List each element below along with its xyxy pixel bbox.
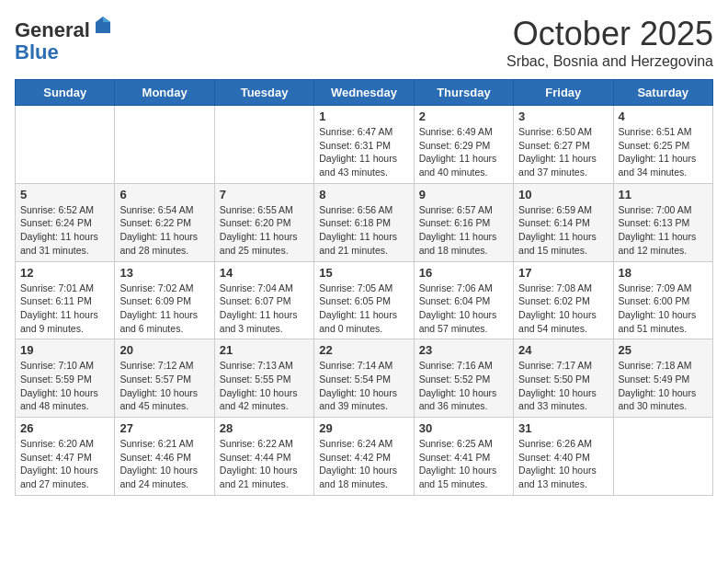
calendar-cell: 28Sunrise: 6:22 AMSunset: 4:44 PMDayligh… [214, 418, 313, 496]
day-info: Sunrise: 6:59 AMSunset: 6:14 PMDaylight:… [518, 203, 608, 258]
day-info: Sunrise: 6:52 AMSunset: 6:24 PMDaylight:… [20, 203, 109, 258]
day-info: Sunrise: 6:56 AMSunset: 6:18 PMDaylight:… [319, 203, 408, 258]
day-info: Sunrise: 7:14 AMSunset: 5:54 PMDaylight:… [319, 359, 408, 413]
calendar-week-row: 26Sunrise: 6:20 AMSunset: 4:47 PMDayligh… [16, 418, 713, 496]
logo-blue: Blue [15, 40, 59, 63]
day-number: 9 [419, 188, 508, 201]
day-info: Sunrise: 7:16 AMSunset: 5:52 PMDaylight:… [419, 359, 508, 413]
day-info: Sunrise: 7:06 AMSunset: 6:04 PMDaylight:… [419, 282, 508, 336]
calendar-cell: 8Sunrise: 6:56 AMSunset: 6:18 PMDaylight… [314, 183, 414, 261]
day-number: 31 [518, 421, 608, 435]
logo-blue-text: Blue [15, 41, 114, 63]
calendar-cell: 26Sunrise: 6:20 AMSunset: 4:47 PMDayligh… [16, 418, 115, 496]
day-info: Sunrise: 6:51 AMSunset: 6:25 PMDaylight:… [619, 125, 708, 179]
day-info: Sunrise: 6:47 AMSunset: 6:31 PMDaylight:… [319, 125, 408, 179]
day-number: 28 [220, 421, 309, 435]
day-info: Sunrise: 6:50 AMSunset: 6:27 PMDaylight:… [518, 125, 608, 179]
day-info: Sunrise: 6:57 AMSunset: 6:16 PMDaylight:… [419, 203, 508, 258]
weekday-header: Tuesday [214, 80, 313, 106]
day-info: Sunrise: 6:55 AMSunset: 6:20 PMDaylight:… [220, 203, 309, 258]
day-number: 13 [119, 266, 209, 280]
day-info: Sunrise: 7:17 AMSunset: 5:50 PMDaylight:… [518, 359, 608, 413]
day-number: 18 [619, 266, 708, 280]
calendar-cell: 19Sunrise: 7:10 AMSunset: 5:59 PMDayligh… [16, 339, 115, 418]
day-info: Sunrise: 7:18 AMSunset: 5:49 PMDaylight:… [619, 359, 708, 413]
calendar-cell: 1Sunrise: 6:47 AMSunset: 6:31 PMDaylight… [314, 106, 414, 184]
calendar-cell: 25Sunrise: 7:18 AMSunset: 5:49 PMDayligh… [613, 339, 712, 418]
day-number: 11 [619, 188, 708, 201]
day-number: 30 [419, 421, 508, 435]
day-info: Sunrise: 7:13 AMSunset: 5:55 PMDaylight:… [220, 359, 309, 413]
day-info: Sunrise: 6:25 AMSunset: 4:41 PMDaylight:… [419, 437, 508, 491]
day-info: Sunrise: 6:26 AMSunset: 4:40 PMDaylight:… [518, 437, 608, 491]
day-info: Sunrise: 7:05 AMSunset: 6:05 PMDaylight:… [319, 282, 408, 336]
day-info: Sunrise: 7:09 AMSunset: 6:00 PMDaylight:… [619, 282, 708, 336]
day-number: 1 [319, 109, 408, 123]
calendar-cell: 29Sunrise: 6:24 AMSunset: 4:42 PMDayligh… [314, 418, 414, 496]
day-info: Sunrise: 7:10 AMSunset: 5:59 PMDaylight:… [20, 359, 109, 413]
day-number: 21 [220, 343, 309, 357]
calendar-cell: 27Sunrise: 6:21 AMSunset: 4:46 PMDayligh… [115, 418, 214, 496]
calendar-cell: 17Sunrise: 7:08 AMSunset: 6:02 PMDayligh… [514, 261, 613, 339]
weekday-header: Thursday [414, 80, 513, 106]
calendar-cell: 21Sunrise: 7:13 AMSunset: 5:55 PMDayligh… [214, 339, 313, 418]
day-number: 25 [619, 343, 708, 357]
weekday-header: Monday [115, 80, 214, 106]
calendar-cell: 16Sunrise: 7:06 AMSunset: 6:04 PMDayligh… [414, 261, 513, 339]
logo-general: General [15, 18, 90, 41]
calendar-cell: 7Sunrise: 6:55 AMSunset: 6:20 PMDaylight… [214, 183, 313, 261]
day-number: 8 [319, 188, 408, 201]
calendar-cell [214, 106, 313, 184]
calendar-cell: 18Sunrise: 7:09 AMSunset: 6:00 PMDayligh… [613, 261, 712, 339]
day-info: Sunrise: 6:24 AMSunset: 4:42 PMDaylight:… [319, 437, 408, 491]
day-info: Sunrise: 6:22 AMSunset: 4:44 PMDaylight:… [220, 437, 309, 491]
day-number: 12 [20, 266, 109, 280]
day-number: 10 [518, 188, 608, 201]
calendar-cell [16, 106, 115, 184]
calendar-cell: 9Sunrise: 6:57 AMSunset: 6:16 PMDaylight… [414, 183, 513, 261]
month-title: October 2025 [506, 15, 713, 53]
day-number: 5 [20, 188, 109, 201]
calendar-cell: 3Sunrise: 6:50 AMSunset: 6:27 PMDaylight… [514, 106, 613, 184]
weekday-header: Saturday [613, 80, 712, 106]
calendar-cell: 6Sunrise: 6:54 AMSunset: 6:22 PMDaylight… [115, 183, 214, 261]
calendar-week-row: 1Sunrise: 6:47 AMSunset: 6:31 PMDaylight… [16, 106, 713, 184]
location-subtitle: Srbac, Bosnia and Herzegovina [506, 53, 713, 70]
day-info: Sunrise: 6:49 AMSunset: 6:29 PMDaylight:… [419, 125, 508, 179]
day-number: 16 [419, 266, 508, 280]
day-number: 22 [319, 343, 408, 357]
calendar-cell: 14Sunrise: 7:04 AMSunset: 6:07 PMDayligh… [214, 261, 313, 339]
day-number: 19 [20, 343, 109, 357]
day-number: 15 [319, 266, 408, 280]
calendar-cell: 12Sunrise: 7:01 AMSunset: 6:11 PMDayligh… [16, 261, 115, 339]
day-info: Sunrise: 6:54 AMSunset: 6:22 PMDaylight:… [119, 203, 209, 258]
logo: General Blue [15, 15, 114, 63]
day-info: Sunrise: 7:00 AMSunset: 6:13 PMDaylight:… [619, 203, 708, 258]
day-number: 23 [419, 343, 508, 357]
title-block: October 2025 Srbac, Bosnia and Herzegovi… [506, 15, 713, 70]
calendar-cell: 4Sunrise: 6:51 AMSunset: 6:25 PMDaylight… [613, 106, 712, 184]
calendar-table: SundayMondayTuesdayWednesdayThursdayFrid… [15, 79, 713, 496]
weekday-header: Sunday [16, 80, 115, 106]
day-number: 6 [119, 188, 209, 201]
calendar-cell: 15Sunrise: 7:05 AMSunset: 6:05 PMDayligh… [314, 261, 414, 339]
header: General Blue October 2025 Srbac, Bosnia … [15, 15, 713, 70]
calendar-cell: 30Sunrise: 6:25 AMSunset: 4:41 PMDayligh… [414, 418, 513, 496]
day-number: 2 [419, 109, 508, 123]
calendar-week-row: 12Sunrise: 7:01 AMSunset: 6:11 PMDayligh… [16, 261, 713, 339]
day-number: 7 [220, 188, 309, 201]
calendar-cell: 31Sunrise: 6:26 AMSunset: 4:40 PMDayligh… [514, 418, 613, 496]
weekday-header: Wednesday [314, 80, 414, 106]
calendar-cell: 10Sunrise: 6:59 AMSunset: 6:14 PMDayligh… [514, 183, 613, 261]
calendar-header-row: SundayMondayTuesdayWednesdayThursdayFrid… [16, 80, 713, 106]
day-number: 3 [518, 109, 608, 123]
day-number: 17 [518, 266, 608, 280]
day-info: Sunrise: 7:02 AMSunset: 6:09 PMDaylight:… [119, 282, 209, 336]
page: General Blue October 2025 Srbac, Bosnia … [0, 0, 728, 511]
calendar-cell [613, 418, 712, 496]
logo-icon [92, 15, 114, 37]
day-info: Sunrise: 6:20 AMSunset: 4:47 PMDaylight:… [20, 437, 109, 491]
calendar-cell: 23Sunrise: 7:16 AMSunset: 5:52 PMDayligh… [414, 339, 513, 418]
calendar-week-row: 19Sunrise: 7:10 AMSunset: 5:59 PMDayligh… [16, 339, 713, 418]
day-number: 26 [20, 421, 109, 435]
